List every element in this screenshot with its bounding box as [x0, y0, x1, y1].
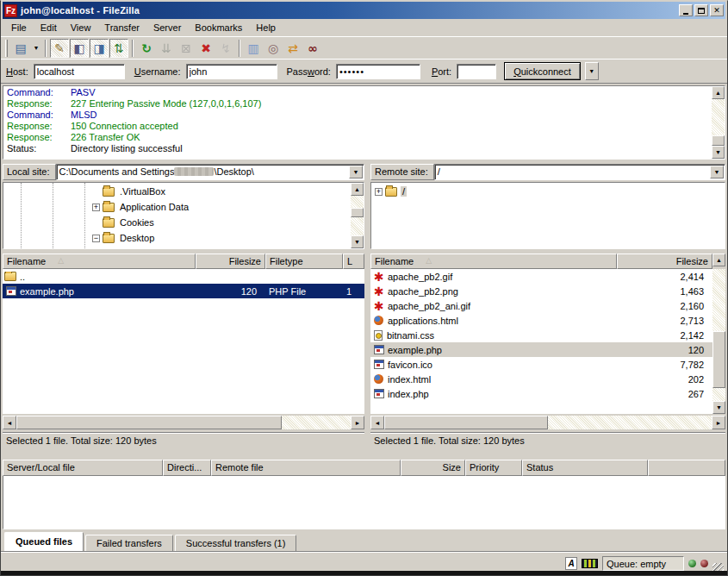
scrollbar-thumb[interactable] [712, 135, 725, 146]
menu-help[interactable]: Help [249, 21, 283, 34]
tree-item[interactable]: +/ [371, 184, 725, 199]
column-header-status[interactable]: Status [522, 460, 648, 476]
title-bar[interactable]: Fz john@localhost - FileZilla ✕ [3, 2, 725, 19]
tree-item[interactable]: −Desktop [3, 230, 351, 246]
synchronized-browsing-icon[interactable]: ⇄ [283, 39, 302, 58]
remote-horizontal-scrollbar[interactable]: ◄ ► [370, 416, 725, 429]
message-log-scrollbar[interactable]: ▲ ▼ [712, 86, 725, 159]
file-row[interactable]: .. [3, 269, 364, 284]
remote-site-combo[interactable]: / ▼ [434, 164, 725, 180]
local-path: C:\Documents and Settings\Desktop\ [57, 165, 348, 179]
log-line: Response:226 Transfer OK [7, 132, 708, 143]
quickconnect-button[interactable]: Quickconnect [504, 62, 581, 80]
toggle-local-treeview-icon[interactable]: ◧ [70, 39, 89, 58]
expand-icon[interactable]: + [375, 188, 383, 196]
tree-item[interactable]: +Application Data [3, 199, 351, 215]
menu-transfer[interactable]: Transfer [97, 21, 146, 34]
refresh-icon[interactable]: ↻ [137, 39, 156, 58]
queue-tabs: Queued files Failed transfers Successful… [3, 532, 725, 551]
local-site-dropdown-icon[interactable]: ▼ [349, 166, 363, 178]
site-manager-dropdown-icon[interactable]: ▼ [31, 39, 41, 58]
scrollbar-thumb[interactable] [16, 416, 282, 429]
scroll-right-icon[interactable]: ► [712, 416, 725, 429]
column-header-filename[interactable]: Filename△ [3, 254, 196, 269]
menu-view[interactable]: View [64, 21, 98, 34]
remote-scrollbar-top[interactable]: ▲ [712, 254, 725, 269]
close-button[interactable]: ✕ [710, 4, 724, 16]
minimize-button[interactable] [679, 4, 693, 16]
menu-file[interactable]: File [4, 21, 34, 34]
column-header-remote-file[interactable]: Remote file [211, 460, 401, 476]
column-header-size[interactable]: Size [401, 460, 465, 476]
scrollbar-thumb[interactable] [384, 416, 548, 429]
menu-edit[interactable]: Edit [34, 21, 64, 34]
file-row[interactable]: ✱apache_pb2.gif2,414 [370, 269, 712, 284]
scroll-down-icon[interactable]: ▼ [351, 235, 364, 248]
scroll-up-icon[interactable]: ▲ [712, 86, 725, 99]
scroll-left-icon[interactable]: ◄ [370, 416, 384, 429]
menu-bookmarks[interactable]: Bookmarks [188, 21, 249, 34]
local-tree-scrollbar[interactable]: ▲ ▼ [351, 183, 364, 248]
column-header-filesize[interactable]: Filesize [617, 254, 712, 269]
scroll-down-icon[interactable]: ▼ [712, 401, 725, 414]
quickconnect-dropdown-icon[interactable]: ▼ [585, 62, 599, 80]
password-input[interactable] [336, 64, 420, 79]
toggle-transfer-queue-icon[interactable]: ⇅ [109, 39, 128, 58]
column-header-filesize[interactable]: Filesize [196, 254, 265, 269]
host-input[interactable] [34, 64, 125, 79]
local-horizontal-scrollbar[interactable]: ◄ ► [3, 416, 364, 429]
column-header-direction[interactable]: Directi... [163, 460, 211, 476]
tab-failed-transfers[interactable]: Failed transfers [85, 535, 173, 551]
tab-successful-transfers[interactable]: Successful transfers (1) [175, 535, 297, 551]
remote-list-scrollbar[interactable]: ▼ [712, 269, 725, 414]
file-row-selected[interactable]: example.php 120 PHP File 1 [3, 284, 364, 298]
scroll-down-icon[interactable]: ▼ [712, 146, 725, 159]
folder-icon [103, 187, 115, 197]
speed-limit-icon[interactable] [582, 559, 598, 568]
column-header-server-local-file[interactable]: Server/Local file [3, 460, 163, 476]
column-header-filename[interactable]: Filename△ [370, 254, 617, 269]
process-queue-icon[interactable]: ⇊ [157, 39, 176, 58]
port-input[interactable] [457, 64, 496, 79]
scrollbar-thumb[interactable] [712, 331, 725, 388]
scrollbar-thumb[interactable] [351, 208, 364, 217]
remote-site-dropdown-icon[interactable]: ▼ [710, 166, 724, 178]
file-row[interactable]: ✱apache_pb2.png1,463 [370, 284, 712, 298]
scroll-up-icon[interactable]: ▲ [351, 183, 364, 196]
compare-directories-icon[interactable]: ◎ [264, 39, 283, 58]
disconnect-icon[interactable]: ✖ [196, 39, 215, 58]
tree-item[interactable]: Cookies [3, 215, 351, 230]
remote-list-header: Filename△ Filesize ▲ [370, 254, 725, 269]
toggle-message-log-icon[interactable]: ✎ [50, 39, 69, 58]
vertical-splitter[interactable] [364, 164, 370, 454]
menu-server[interactable]: Server [146, 21, 188, 34]
file-row[interactable]: index.php267 [370, 386, 712, 401]
expand-icon[interactable]: + [92, 203, 100, 211]
toggle-remote-treeview-icon[interactable]: ◨ [90, 39, 109, 58]
find-files-icon[interactable]: ∞ [303, 39, 322, 58]
site-manager-icon[interactable]: ▤ [11, 39, 30, 58]
file-row[interactable]: applications.html2,713 [370, 313, 712, 328]
toolbar-grip[interactable] [5, 40, 8, 57]
column-header-lastmodified[interactable]: L [343, 254, 364, 269]
file-row[interactable]: ✱apache_pb2_ani.gif2,160 [370, 298, 712, 313]
column-header-priority[interactable]: Priority [465, 460, 522, 476]
tree-item[interactable]: .VirtualBox [3, 184, 351, 199]
file-row[interactable]: favicon.ico7,782 [370, 357, 712, 372]
directory-filters-icon[interactable]: ▥ [244, 39, 263, 58]
file-row-selected[interactable]: example.php120 [370, 342, 712, 357]
collapse-icon[interactable]: − [92, 235, 100, 242]
scroll-left-icon[interactable]: ◄ [3, 416, 16, 429]
local-site-combo[interactable]: C:\Documents and Settings\Desktop\ ▼ [56, 164, 364, 180]
cancel-operation-icon[interactable]: ⊠ [177, 39, 196, 58]
username-input[interactable] [186, 64, 277, 79]
scroll-right-icon[interactable]: ► [351, 416, 364, 429]
maximize-button[interactable] [694, 4, 708, 16]
tab-queued-files[interactable]: Queued files [4, 532, 84, 551]
column-header-filetype[interactable]: Filetype [265, 254, 343, 269]
reconnect-icon[interactable]: ↯ [216, 39, 235, 58]
scroll-up-icon[interactable]: ▲ [712, 254, 725, 266]
file-row[interactable]: bitnami.css2,142 [370, 328, 712, 342]
file-row[interactable]: index.html202 [370, 372, 712, 386]
ico-file-icon [374, 360, 384, 369]
